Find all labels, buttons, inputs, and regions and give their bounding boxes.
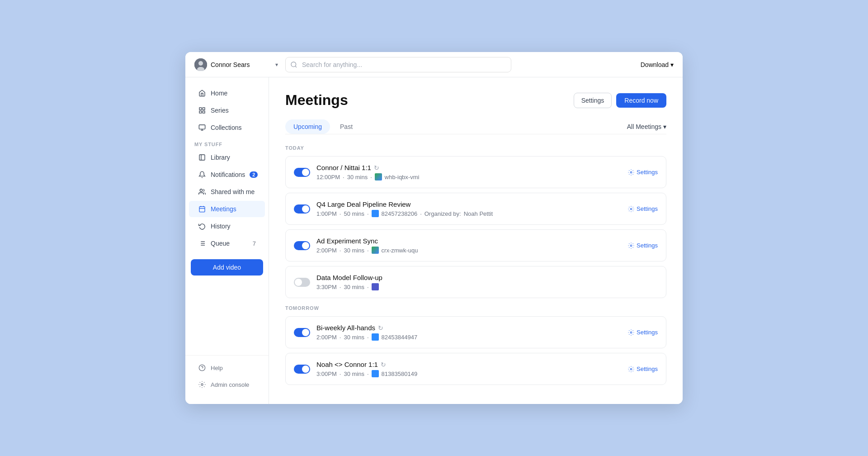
svg-rect-4 [203, 108, 205, 110]
avatar [194, 58, 207, 71]
meeting-toggle[interactable] [294, 278, 310, 287]
svg-rect-6 [203, 111, 205, 113]
queue-badge: 7 [253, 240, 256, 247]
my-stuff-label: MY STUFF [185, 136, 269, 149]
chevron-down-icon: ▾ [663, 123, 666, 130]
app-window: Connor Sears ▾ Download ▾ Home [185, 52, 683, 404]
meeting-toggle[interactable] [294, 328, 310, 337]
sidebar-item-label: Collections [211, 124, 241, 131]
meeting-toggle[interactable] [294, 241, 310, 250]
top-bar-right: Download ▾ [641, 61, 674, 68]
sidebar-item-label: Series [211, 107, 229, 114]
sidebar-bottom: Help Admin console [185, 355, 269, 397]
meeting-item: Noah <> Connor 1:1 ↻ 3:00PM · 30 mins · … [285, 353, 666, 385]
meeting-item: Q4 Large Deal Pipeline Review 1:00PM · 5… [285, 193, 666, 225]
meeting-name: Noah <> Connor 1:1 ↻ [316, 361, 622, 368]
record-now-button[interactable]: Record now [616, 93, 666, 108]
queue-icon [198, 239, 206, 247]
meeting-meta: 12:00PM · 30 mins · whb-iqbx-vmi [316, 173, 622, 180]
search-bar [285, 57, 633, 72]
meeting-meta: 1:00PM · 50 mins · 82457238206 · Organiz… [316, 210, 622, 217]
svg-rect-13 [199, 207, 205, 212]
download-button[interactable]: Download ▾ [641, 61, 674, 68]
sidebar-item-admin-console[interactable]: Admin console [189, 376, 265, 393]
svg-point-25 [201, 384, 203, 385]
meeting-toggle[interactable] [294, 204, 310, 214]
sidebar-item-label: Notifications [211, 171, 245, 178]
header-actions: Settings Record now [574, 93, 666, 108]
svg-point-1 [198, 61, 203, 66]
main-layout: Home Series Collections MY STUFF Librar [185, 77, 683, 404]
svg-point-12 [200, 189, 202, 191]
meeting-info: Connor / Nittai 1:1 ↻ 12:00PM · 30 mins … [316, 164, 622, 180]
recurring-icon: ↻ [378, 324, 383, 332]
sidebar-item-label: Admin console [211, 381, 249, 388]
series-icon [198, 106, 206, 114]
meeting-toggle[interactable] [294, 365, 310, 374]
user-section[interactable]: Connor Sears ▾ [194, 58, 278, 71]
tab-past[interactable]: Past [332, 119, 361, 134]
meeting-meta: 3:00PM · 30 mins · 81383580149 [316, 370, 622, 377]
sidebar-item-shared-with-me[interactable]: Shared with me [189, 184, 265, 200]
svg-point-28 [630, 245, 632, 247]
shared-icon [198, 188, 206, 196]
meeting-item: Data Model Follow-up 3:30PM · 30 mins · [285, 266, 666, 298]
svg-rect-7 [199, 125, 205, 129]
chevron-down-icon: ▾ [670, 61, 674, 68]
sidebar-item-meetings[interactable]: Meetings [189, 201, 265, 217]
history-icon [198, 222, 206, 230]
search-input[interactable] [285, 57, 511, 72]
sidebar-item-series[interactable]: Series [189, 102, 265, 119]
content-area: Meetings Settings Record now Upcoming Pa… [269, 77, 683, 404]
meeting-item: Ad Experiment Sync 2:00PM · 30 mins · cr… [285, 229, 666, 261]
svg-point-26 [630, 171, 632, 173]
meeting-settings-button[interactable]: Settings [628, 169, 658, 176]
svg-point-30 [630, 368, 632, 370]
sidebar-item-collections[interactable]: Collections [189, 119, 265, 136]
add-video-button[interactable]: Add video [191, 259, 263, 276]
meeting-settings-button[interactable]: Settings [628, 366, 658, 372]
svg-rect-3 [199, 108, 202, 110]
all-meetings-label: All Meetings [627, 123, 661, 130]
collections-icon [198, 124, 206, 132]
sidebar-item-label: Help [211, 365, 223, 371]
chevron-down-icon: ▾ [275, 62, 278, 68]
sidebar-item-label: Library [211, 154, 230, 161]
admin-icon [198, 380, 206, 389]
today-section-label: TODAY [285, 145, 666, 151]
teams-icon [372, 283, 379, 290]
meeting-settings-button[interactable]: Settings [628, 205, 658, 212]
zoom-icon [372, 370, 379, 377]
sidebar-item-notifications[interactable]: Notifications 2 [189, 166, 265, 183]
meet-icon [375, 173, 382, 180]
meeting-info: Noah <> Connor 1:1 ↻ 3:00PM · 30 mins · … [316, 361, 622, 377]
sidebar-item-home[interactable]: Home [189, 85, 265, 101]
sidebar-item-library[interactable]: Library [189, 149, 265, 166]
sidebar-item-help[interactable]: Help [189, 360, 265, 376]
page-title: Meetings [285, 92, 348, 109]
tomorrow-section-label: TOMORROW [285, 305, 666, 311]
bell-icon [198, 171, 206, 179]
tabs-bar: Upcoming Past All Meetings ▾ [285, 119, 666, 134]
recurring-icon: ↻ [374, 164, 379, 171]
help-icon [198, 364, 206, 372]
meeting-settings-button[interactable]: Settings [628, 329, 658, 336]
meeting-name: Bi-weekly All-hands ↻ [316, 324, 622, 332]
content-header: Meetings Settings Record now [285, 92, 666, 109]
meeting-info: Q4 Large Deal Pipeline Review 1:00PM · 5… [316, 200, 622, 217]
meeting-name: Q4 Large Deal Pipeline Review [316, 200, 622, 208]
all-meetings-dropdown[interactable]: All Meetings ▾ [627, 123, 666, 130]
meeting-settings-button[interactable]: Settings [628, 242, 658, 249]
meeting-meta: 2:00PM · 30 mins · 82453844947 [316, 333, 622, 341]
sidebar-item-queue[interactable]: Queue 7 [189, 235, 265, 252]
meeting-info: Data Model Follow-up 3:30PM · 30 mins · [316, 274, 658, 290]
meeting-toggle[interactable] [294, 168, 310, 177]
home-icon [198, 89, 206, 97]
zoom-icon [372, 333, 379, 341]
library-icon [198, 153, 206, 162]
meeting-info: Ad Experiment Sync 2:00PM · 30 mins · cr… [316, 237, 622, 254]
settings-button[interactable]: Settings [574, 93, 612, 108]
sidebar-item-history[interactable]: History [189, 218, 265, 234]
sidebar-item-label: Queue [211, 240, 230, 247]
tab-upcoming[interactable]: Upcoming [285, 119, 330, 134]
